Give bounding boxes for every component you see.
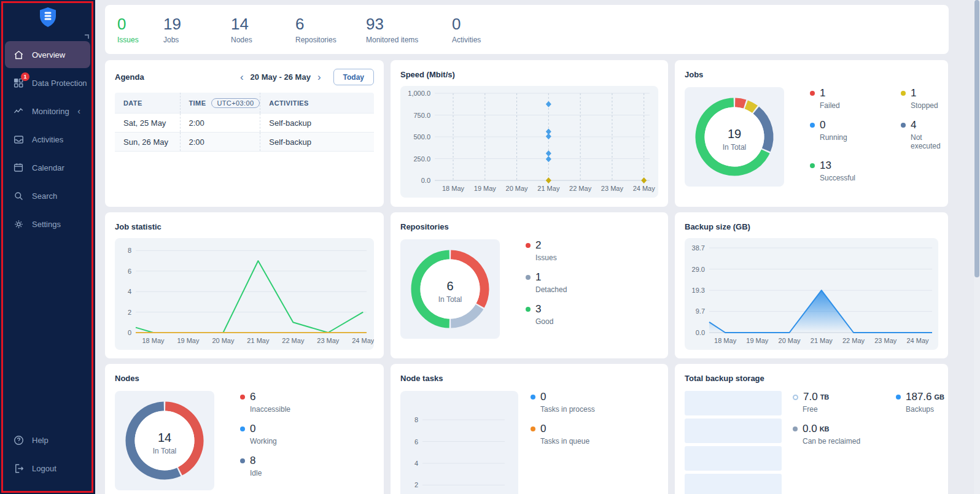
legend-item-issues[interactable]: 2 Issues	[526, 239, 567, 262]
legend-item-inaccessible[interactable]: 6 Inaccessible	[240, 391, 290, 414]
sidebar-item-settings[interactable]: Settings	[5, 210, 90, 237]
agenda-time: 2:00	[180, 114, 260, 132]
today-button[interactable]: Today	[333, 69, 374, 85]
svg-text:18 May: 18 May	[714, 337, 737, 344]
prev-week-button[interactable]: ‹	[239, 72, 245, 82]
speed-chart: 0.0250.0500.0750.01,000.018 May19 May20 …	[400, 86, 658, 198]
next-week-button[interactable]: ›	[316, 72, 322, 82]
legend-item-failed[interactable]: 1 Failed	[810, 87, 879, 110]
svg-text:24 May: 24 May	[352, 337, 374, 344]
sidebar-item-logout[interactable]: Logout	[5, 455, 90, 482]
dashboard-grid: Agenda ‹ 20 May - 26 May › Today DATE TI…	[105, 60, 949, 494]
stat-value: 14	[231, 15, 295, 34]
svg-text:23 May: 23 May	[601, 185, 624, 192]
svg-text:14: 14	[158, 431, 171, 444]
sidebar-item-calendar[interactable]: Calendar	[5, 154, 90, 181]
logout-icon	[12, 462, 25, 474]
svg-text:24 May: 24 May	[906, 337, 929, 344]
svg-text:21 May: 21 May	[537, 185, 560, 192]
agenda-date: Sun, 26 May	[115, 133, 180, 151]
legend-item-detached[interactable]: 1 Detached	[526, 271, 567, 294]
status-dot	[793, 395, 798, 400]
column-header-date: DATE	[115, 93, 180, 113]
sidebar-item-monitoring[interactable]: Monitoring ‹	[5, 98, 90, 125]
stat-jobs[interactable]: 19 Jobs	[163, 15, 231, 44]
legend-item-successful[interactable]: 13 Successful	[810, 160, 879, 182]
svg-text:19 May: 19 May	[177, 337, 200, 344]
status-dot	[240, 426, 245, 431]
legend-item-not-executed[interactable]: 4 Not executed	[901, 119, 941, 150]
nodes-donut-chart: 14In Total	[115, 391, 214, 490]
sidebar-item-label: Logout	[32, 464, 56, 473]
repositories-legend: 2 Issues 1 Detached 3 Good	[526, 239, 567, 339]
app-logo[interactable]	[0, 0, 95, 30]
legend-item-free[interactable]: 7.0TB Free	[793, 391, 877, 414]
svg-text:2: 2	[414, 481, 418, 488]
svg-text:6: 6	[414, 438, 418, 446]
legend-item-can-be-reclaimed[interactable]: 0.0KB Can be reclaimed	[793, 423, 877, 446]
sidebar-collapse-icon[interactable]	[85, 34, 89, 39]
nodes-legend: 6 Inaccessible 0 Working 8 Idle	[240, 391, 290, 490]
utc-offset-badge[interactable]: UTC+03:00	[211, 98, 259, 108]
sidebar-item-activities[interactable]: Activities	[5, 126, 90, 153]
svg-text:8: 8	[414, 416, 418, 423]
stat-value: 93	[366, 15, 452, 34]
sidebar-item-search[interactable]: Search	[5, 182, 90, 209]
sidebar-item-overview[interactable]: Overview	[5, 41, 90, 68]
home-icon	[12, 48, 25, 61]
jobs-legend: 1 Failed 1 Stopped 0 Running	[810, 87, 941, 191]
legend-item-tasks-in-process[interactable]: 0 Tasks in process	[531, 391, 595, 414]
legend-item-working[interactable]: 0 Working	[240, 423, 290, 446]
svg-text:20 May: 20 May	[506, 185, 529, 192]
sidebar-item-help[interactable]: Help	[5, 426, 90, 453]
svg-text:19 May: 19 May	[474, 185, 497, 192]
svg-text:6: 6	[446, 279, 453, 293]
card-title: Nodes	[115, 374, 139, 383]
status-dot	[793, 426, 798, 431]
storage-block	[685, 474, 782, 494]
status-dot	[526, 243, 531, 248]
svg-text:21 May: 21 May	[247, 337, 270, 344]
svg-text:0.0: 0.0	[696, 329, 705, 336]
job-statistic-chart: 0246818 May19 May20 May21 May22 May23 Ma…	[115, 238, 374, 350]
stat-label: Nodes	[231, 36, 295, 44]
card-title: Job statistic	[115, 222, 161, 231]
agenda-row[interactable]: Sat, 25 May 2:00 Self-backup	[115, 114, 374, 133]
calendar-icon	[12, 161, 25, 174]
stat-label: Repositories	[295, 36, 366, 44]
node-tasks-legend: 0 Tasks in process 0 Tasks in queue	[531, 391, 595, 494]
status-dot	[901, 91, 906, 96]
sidebar-item-label: Help	[32, 436, 49, 445]
column-header-activities: ACTIVITIES	[260, 93, 374, 113]
stat-monitored-items[interactable]: 93 Monitored items	[366, 15, 452, 44]
stat-nodes[interactable]: 14 Nodes	[231, 15, 295, 44]
backup-size-chart: 0.09.719.329.038.718 May19 May20 May21 M…	[685, 238, 938, 350]
node-tasks-chart: 86420	[400, 391, 518, 494]
agenda-activity: Self-backup	[260, 114, 374, 132]
status-dot	[810, 163, 815, 168]
stat-repositories[interactable]: 6 Repositories	[295, 15, 366, 44]
card-title: Repositories	[400, 222, 449, 231]
legend-item-tasks-in-queue[interactable]: 0 Tasks in queue	[531, 423, 595, 446]
legend-item-backups[interactable]: 187.6GB Backups	[896, 391, 944, 414]
page-scrollbar	[974, 0, 980, 494]
legend-item-stopped[interactable]: 1 Stopped	[901, 87, 941, 110]
sidebar: Overview 1 Data Protection	[0, 0, 95, 494]
storage-block	[685, 419, 782, 443]
svg-text:21 May: 21 May	[811, 337, 833, 344]
legend-item-good[interactable]: 3 Good	[526, 303, 567, 326]
help-icon	[12, 434, 25, 446]
legend-item-running[interactable]: 0 Running	[810, 119, 879, 150]
legend-item-idle[interactable]: 8 Idle	[240, 455, 290, 477]
scrollbar-thumb[interactable]	[974, 0, 979, 277]
sidebar-item-label: Activities	[32, 135, 63, 144]
svg-text:19.3: 19.3	[692, 287, 705, 294]
stat-activities[interactable]: 0 Activities	[452, 15, 507, 44]
sidebar-item-data-protection[interactable]: 1 Data Protection	[5, 69, 90, 96]
repositories-donut-chart: 6In Total	[400, 239, 500, 339]
agenda-row[interactable]: Sun, 26 May 2:00 Self-backup	[115, 133, 374, 152]
svg-text:4: 4	[128, 288, 131, 295]
stat-issues[interactable]: 0 Issues	[117, 15, 163, 44]
svg-text:8: 8	[128, 247, 131, 254]
chevron-left-icon[interactable]: ‹	[77, 106, 80, 116]
